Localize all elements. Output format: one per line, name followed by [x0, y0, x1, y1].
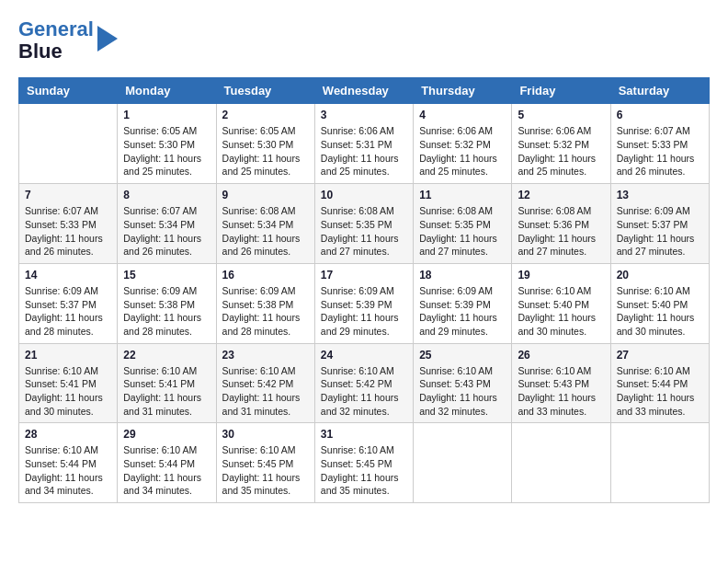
logo-arrow-icon: [97, 26, 118, 52]
calendar-cell: 13Sunrise: 6:09 AMSunset: 5:37 PMDayligh…: [610, 184, 709, 264]
calendar-cell: 25Sunrise: 6:10 AMSunset: 5:43 PMDayligh…: [414, 343, 512, 423]
calendar-cell: 16Sunrise: 6:09 AMSunset: 5:38 PMDayligh…: [216, 263, 314, 343]
calendar-cell: 3Sunrise: 6:06 AMSunset: 5:31 PMDaylight…: [314, 104, 413, 184]
calendar-cell: 23Sunrise: 6:10 AMSunset: 5:42 PMDayligh…: [216, 343, 314, 423]
day-info: Sunrise: 6:10 AMSunset: 5:42 PMDaylight:…: [222, 364, 309, 419]
day-number: 16: [222, 269, 309, 282]
calendar-cell: [19, 104, 118, 184]
day-number: 14: [25, 269, 111, 282]
calendar-cell: 8Sunrise: 6:07 AMSunset: 5:34 PMDaylight…: [118, 184, 216, 264]
day-info: Sunrise: 6:06 AMSunset: 5:31 PMDaylight:…: [321, 124, 407, 178]
calendar-cell: 10Sunrise: 6:08 AMSunset: 5:35 PMDayligh…: [314, 184, 413, 264]
calendar-cell: 11Sunrise: 6:08 AMSunset: 5:35 PMDayligh…: [414, 184, 512, 264]
day-info: Sunrise: 6:09 AMSunset: 5:38 PMDaylight:…: [123, 284, 210, 339]
day-info: Sunrise: 6:10 AMSunset: 5:44 PMDaylight:…: [25, 443, 111, 498]
calendar-cell: 21Sunrise: 6:10 AMSunset: 5:41 PMDayligh…: [19, 343, 118, 423]
day-number: 6: [617, 109, 703, 121]
calendar-table: SundayMondayTuesdayWednesdayThursdayFrid…: [18, 77, 710, 503]
day-number: 26: [518, 349, 604, 362]
calendar-cell: 12Sunrise: 6:08 AMSunset: 5:36 PMDayligh…: [512, 184, 610, 264]
day-number: 3: [321, 109, 407, 121]
calendar-cell: 4Sunrise: 6:06 AMSunset: 5:32 PMDaylight…: [414, 104, 512, 184]
day-info: Sunrise: 6:10 AMSunset: 5:40 PMDaylight:…: [617, 284, 703, 339]
calendar-week-row: 14Sunrise: 6:09 AMSunset: 5:37 PMDayligh…: [19, 263, 710, 343]
calendar-cell: [512, 423, 610, 503]
calendar-cell: 20Sunrise: 6:10 AMSunset: 5:40 PMDayligh…: [610, 263, 709, 343]
day-number: 28: [25, 428, 111, 441]
day-number: 15: [123, 269, 210, 282]
day-number: 30: [222, 428, 309, 441]
day-info: Sunrise: 6:10 AMSunset: 5:42 PMDaylight:…: [321, 364, 407, 419]
day-info: Sunrise: 6:10 AMSunset: 5:45 PMDaylight:…: [222, 443, 309, 498]
day-number: 24: [321, 349, 407, 362]
day-info: Sunrise: 6:07 AMSunset: 5:33 PMDaylight:…: [617, 124, 703, 178]
day-number: 23: [222, 349, 309, 362]
day-number: 10: [321, 189, 407, 201]
day-info: Sunrise: 6:05 AMSunset: 5:30 PMDaylight:…: [123, 124, 210, 178]
day-number: 11: [419, 189, 506, 201]
weekday-header: Wednesday: [314, 78, 413, 104]
calendar-cell: 2Sunrise: 6:05 AMSunset: 5:30 PMDaylight…: [216, 104, 314, 184]
day-info: Sunrise: 6:07 AMSunset: 5:34 PMDaylight:…: [123, 204, 210, 259]
weekday-header: Thursday: [414, 78, 512, 104]
day-number: 8: [123, 189, 210, 201]
day-number: 18: [419, 269, 506, 282]
weekday-header: Monday: [118, 78, 216, 104]
day-info: Sunrise: 6:08 AMSunset: 5:34 PMDaylight:…: [222, 204, 309, 259]
day-info: Sunrise: 6:09 AMSunset: 5:37 PMDaylight:…: [25, 284, 111, 339]
day-number: 21: [25, 349, 111, 362]
calendar-week-row: 28Sunrise: 6:10 AMSunset: 5:44 PMDayligh…: [19, 423, 710, 503]
day-info: Sunrise: 6:08 AMSunset: 5:35 PMDaylight:…: [321, 204, 407, 259]
calendar-cell: 26Sunrise: 6:10 AMSunset: 5:43 PMDayligh…: [512, 343, 610, 423]
day-info: Sunrise: 6:08 AMSunset: 5:35 PMDaylight:…: [419, 204, 506, 259]
calendar-cell: [414, 423, 512, 503]
day-info: Sunrise: 6:08 AMSunset: 5:36 PMDaylight:…: [518, 204, 604, 259]
calendar-week-row: 1Sunrise: 6:05 AMSunset: 5:30 PMDaylight…: [19, 104, 710, 184]
day-number: 4: [419, 109, 506, 121]
day-number: 7: [25, 189, 111, 201]
day-info: Sunrise: 6:09 AMSunset: 5:39 PMDaylight:…: [321, 284, 407, 339]
calendar-cell: 14Sunrise: 6:09 AMSunset: 5:37 PMDayligh…: [19, 263, 118, 343]
day-number: 20: [617, 269, 703, 282]
logo: GeneralBlue: [18, 18, 118, 63]
calendar-cell: 17Sunrise: 6:09 AMSunset: 5:39 PMDayligh…: [314, 263, 413, 343]
calendar-cell: 7Sunrise: 6:07 AMSunset: 5:33 PMDaylight…: [19, 184, 118, 264]
page-header: GeneralBlue: [18, 18, 710, 63]
calendar-cell: 22Sunrise: 6:10 AMSunset: 5:41 PMDayligh…: [118, 343, 216, 423]
day-info: Sunrise: 6:10 AMSunset: 5:45 PMDaylight:…: [321, 443, 407, 498]
day-info: Sunrise: 6:06 AMSunset: 5:32 PMDaylight:…: [419, 124, 506, 178]
calendar-cell: 6Sunrise: 6:07 AMSunset: 5:33 PMDaylight…: [610, 104, 709, 184]
calendar-week-row: 21Sunrise: 6:10 AMSunset: 5:41 PMDayligh…: [19, 343, 710, 423]
calendar-cell: 9Sunrise: 6:08 AMSunset: 5:34 PMDaylight…: [216, 184, 314, 264]
day-number: 2: [222, 109, 309, 121]
logo-text: GeneralBlue: [18, 18, 94, 63]
day-info: Sunrise: 6:06 AMSunset: 5:32 PMDaylight:…: [518, 124, 604, 178]
calendar-cell: 15Sunrise: 6:09 AMSunset: 5:38 PMDayligh…: [118, 263, 216, 343]
day-number: 1: [123, 109, 210, 121]
day-number: 25: [419, 349, 506, 362]
day-number: 29: [123, 428, 210, 441]
day-number: 5: [518, 109, 604, 121]
calendar-cell: 18Sunrise: 6:09 AMSunset: 5:39 PMDayligh…: [414, 263, 512, 343]
day-info: Sunrise: 6:10 AMSunset: 5:41 PMDaylight:…: [123, 364, 210, 419]
day-info: Sunrise: 6:10 AMSunset: 5:41 PMDaylight:…: [25, 364, 111, 419]
day-number: 22: [123, 349, 210, 362]
day-number: 31: [321, 428, 407, 441]
calendar-cell: 30Sunrise: 6:10 AMSunset: 5:45 PMDayligh…: [216, 423, 314, 503]
day-number: 17: [321, 269, 407, 282]
day-info: Sunrise: 6:07 AMSunset: 5:33 PMDaylight:…: [25, 204, 111, 259]
calendar-cell: 19Sunrise: 6:10 AMSunset: 5:40 PMDayligh…: [512, 263, 610, 343]
calendar-cell: 27Sunrise: 6:10 AMSunset: 5:44 PMDayligh…: [610, 343, 709, 423]
calendar-cell: 28Sunrise: 6:10 AMSunset: 5:44 PMDayligh…: [19, 423, 118, 503]
day-info: Sunrise: 6:09 AMSunset: 5:38 PMDaylight:…: [222, 284, 309, 339]
calendar-body: 1Sunrise: 6:05 AMSunset: 5:30 PMDaylight…: [19, 104, 710, 503]
day-info: Sunrise: 6:10 AMSunset: 5:43 PMDaylight:…: [419, 364, 506, 419]
calendar-week-row: 7Sunrise: 6:07 AMSunset: 5:33 PMDaylight…: [19, 184, 710, 264]
calendar-cell: 5Sunrise: 6:06 AMSunset: 5:32 PMDaylight…: [512, 104, 610, 184]
day-number: 19: [518, 269, 604, 282]
calendar-header-row: SundayMondayTuesdayWednesdayThursdayFrid…: [19, 78, 710, 104]
day-info: Sunrise: 6:05 AMSunset: 5:30 PMDaylight:…: [222, 124, 309, 178]
weekday-header: Friday: [512, 78, 610, 104]
weekday-header: Sunday: [19, 78, 118, 104]
day-info: Sunrise: 6:10 AMSunset: 5:40 PMDaylight:…: [518, 284, 604, 339]
